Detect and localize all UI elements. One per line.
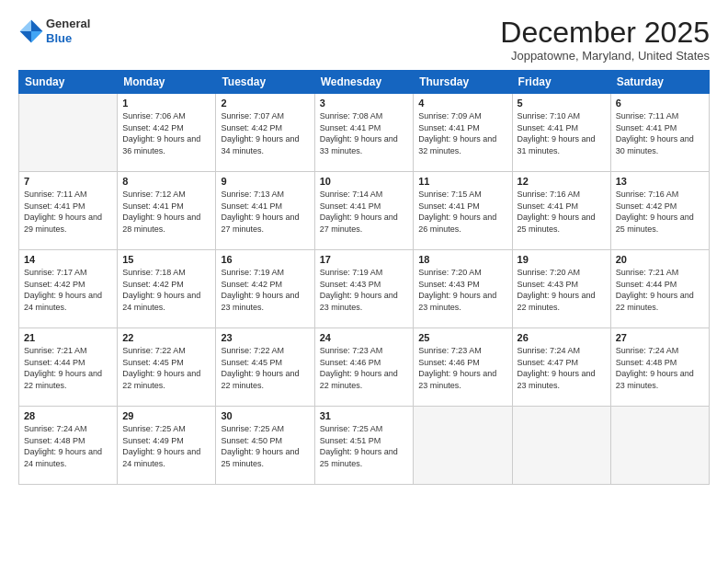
calendar-week-row: 7Sunrise: 7:11 AMSunset: 4:41 PMDaylight… [19,172,710,250]
logo-blue: Blue [46,31,72,45]
day-number: 1 [122,98,210,109]
day-number: 16 [221,254,309,265]
day-number: 30 [221,410,309,421]
day-info: Sunrise: 7:23 AMSunset: 4:46 PMDaylight:… [320,345,409,391]
day-number: 15 [122,254,210,265]
calendar-cell: 24Sunrise: 7:23 AMSunset: 4:46 PMDayligh… [314,328,414,407]
calendar-cell: 15Sunrise: 7:18 AMSunset: 4:42 PMDayligh… [118,250,216,328]
calendar-cell [19,94,118,172]
day-number: 10 [320,176,409,187]
calendar-cell: 30Sunrise: 7:25 AMSunset: 4:50 PMDayligh… [216,407,314,485]
calendar-cell [512,407,610,485]
day-number: 26 [518,332,606,343]
col-sunday: Sunday [19,71,118,94]
calendar-page: General Blue December 2025 Joppatowne, M… [0,0,728,563]
calendar-cell: 29Sunrise: 7:25 AMSunset: 4:49 PMDayligh… [118,407,216,485]
month-title: December 2025 [500,17,710,49]
day-info: Sunrise: 7:16 AMSunset: 4:41 PMDaylight:… [518,189,606,235]
calendar-cell: 17Sunrise: 7:19 AMSunset: 4:43 PMDayligh… [314,250,414,328]
calendar-cell: 26Sunrise: 7:24 AMSunset: 4:47 PMDayligh… [512,328,610,407]
calendar-week-row: 28Sunrise: 7:24 AMSunset: 4:48 PMDayligh… [19,407,710,485]
day-info: Sunrise: 7:06 AMSunset: 4:42 PMDaylight:… [122,110,210,156]
day-number: 4 [418,98,506,109]
day-info: Sunrise: 7:18 AMSunset: 4:42 PMDaylight:… [122,267,210,313]
day-info: Sunrise: 7:17 AMSunset: 4:42 PMDaylight:… [24,267,112,313]
calendar-cell: 13Sunrise: 7:16 AMSunset: 4:42 PMDayligh… [610,172,709,250]
day-info: Sunrise: 7:25 AMSunset: 4:49 PMDaylight:… [122,423,210,469]
logo-text: General Blue [46,17,90,45]
day-info: Sunrise: 7:07 AMSunset: 4:42 PMDaylight:… [221,110,309,156]
day-number: 25 [418,332,506,343]
calendar-cell: 28Sunrise: 7:24 AMSunset: 4:48 PMDayligh… [19,407,118,485]
day-number: 8 [122,176,210,187]
calendar-cell: 3Sunrise: 7:08 AMSunset: 4:41 PMDaylight… [314,94,414,172]
day-info: Sunrise: 7:24 AMSunset: 4:48 PMDaylight:… [616,345,704,391]
logo-icon [18,18,44,44]
title-area: December 2025 Joppatowne, Maryland, Unit… [500,17,710,63]
calendar-cell: 23Sunrise: 7:22 AMSunset: 4:45 PMDayligh… [216,328,314,407]
calendar-cell: 1Sunrise: 7:06 AMSunset: 4:42 PMDaylight… [118,94,216,172]
day-info: Sunrise: 7:16 AMSunset: 4:42 PMDaylight:… [616,189,704,235]
day-info: Sunrise: 7:10 AMSunset: 4:41 PMDaylight:… [518,110,606,156]
calendar-cell: 14Sunrise: 7:17 AMSunset: 4:42 PMDayligh… [19,250,118,328]
day-info: Sunrise: 7:25 AMSunset: 4:51 PMDaylight:… [320,423,409,469]
day-number: 23 [221,332,309,343]
day-number: 22 [122,332,210,343]
day-number: 12 [518,176,606,187]
day-number: 20 [616,254,704,265]
calendar-cell: 16Sunrise: 7:19 AMSunset: 4:42 PMDayligh… [216,250,314,328]
calendar-cell: 10Sunrise: 7:14 AMSunset: 4:41 PMDayligh… [314,172,414,250]
calendar-week-row: 14Sunrise: 7:17 AMSunset: 4:42 PMDayligh… [19,250,710,328]
day-info: Sunrise: 7:14 AMSunset: 4:41 PMDaylight:… [320,189,409,235]
calendar-cell: 11Sunrise: 7:15 AMSunset: 4:41 PMDayligh… [414,172,512,250]
day-info: Sunrise: 7:19 AMSunset: 4:42 PMDaylight:… [221,267,309,313]
day-number: 19 [518,254,606,265]
logo: General Blue [18,17,90,45]
day-info: Sunrise: 7:21 AMSunset: 4:44 PMDaylight:… [24,345,112,391]
day-info: Sunrise: 7:11 AMSunset: 4:41 PMDaylight:… [24,189,112,235]
calendar-cell [610,407,709,485]
day-number: 3 [320,98,409,109]
day-number: 11 [418,176,506,187]
day-info: Sunrise: 7:08 AMSunset: 4:41 PMDaylight:… [320,110,409,156]
calendar-cell: 22Sunrise: 7:22 AMSunset: 4:45 PMDayligh… [118,328,216,407]
svg-marker-2 [20,19,31,30]
day-number: 2 [221,98,309,109]
day-info: Sunrise: 7:22 AMSunset: 4:45 PMDaylight:… [122,345,210,391]
col-tuesday: Tuesday [216,71,314,94]
calendar-cell: 19Sunrise: 7:20 AMSunset: 4:43 PMDayligh… [512,250,610,328]
calendar-table: Sunday Monday Tuesday Wednesday Thursday… [18,70,710,485]
calendar-cell: 12Sunrise: 7:16 AMSunset: 4:41 PMDayligh… [512,172,610,250]
day-info: Sunrise: 7:09 AMSunset: 4:41 PMDaylight:… [418,110,506,156]
calendar-cell: 21Sunrise: 7:21 AMSunset: 4:44 PMDayligh… [19,328,118,407]
day-number: 17 [320,254,409,265]
calendar-cell: 9Sunrise: 7:13 AMSunset: 4:41 PMDaylight… [216,172,314,250]
day-number: 6 [616,98,704,109]
day-info: Sunrise: 7:24 AMSunset: 4:48 PMDaylight:… [24,423,112,469]
day-info: Sunrise: 7:20 AMSunset: 4:43 PMDaylight:… [418,267,506,313]
header: General Blue December 2025 Joppatowne, M… [18,17,710,63]
calendar-week-row: 21Sunrise: 7:21 AMSunset: 4:44 PMDayligh… [19,328,710,407]
calendar-cell [414,407,512,485]
calendar-cell: 5Sunrise: 7:10 AMSunset: 4:41 PMDaylight… [512,94,610,172]
day-number: 7 [24,176,112,187]
col-monday: Monday [118,71,216,94]
day-number: 29 [122,410,210,421]
day-info: Sunrise: 7:25 AMSunset: 4:50 PMDaylight:… [221,423,309,469]
calendar-cell: 31Sunrise: 7:25 AMSunset: 4:51 PMDayligh… [314,407,414,485]
day-info: Sunrise: 7:21 AMSunset: 4:44 PMDaylight:… [616,267,704,313]
day-number: 9 [221,176,309,187]
day-info: Sunrise: 7:22 AMSunset: 4:45 PMDaylight:… [221,345,309,391]
day-number: 27 [616,332,704,343]
day-info: Sunrise: 7:20 AMSunset: 4:43 PMDaylight:… [518,267,606,313]
day-info: Sunrise: 7:11 AMSunset: 4:41 PMDaylight:… [616,110,704,156]
location: Joppatowne, Maryland, United States [500,49,710,63]
svg-marker-0 [31,19,42,30]
day-number: 24 [320,332,409,343]
col-friday: Friday [512,71,610,94]
calendar-cell: 7Sunrise: 7:11 AMSunset: 4:41 PMDaylight… [19,172,118,250]
calendar-cell: 8Sunrise: 7:12 AMSunset: 4:41 PMDaylight… [118,172,216,250]
col-wednesday: Wednesday [314,71,414,94]
calendar-week-row: 1Sunrise: 7:06 AMSunset: 4:42 PMDaylight… [19,94,710,172]
day-info: Sunrise: 7:23 AMSunset: 4:46 PMDaylight:… [418,345,506,391]
